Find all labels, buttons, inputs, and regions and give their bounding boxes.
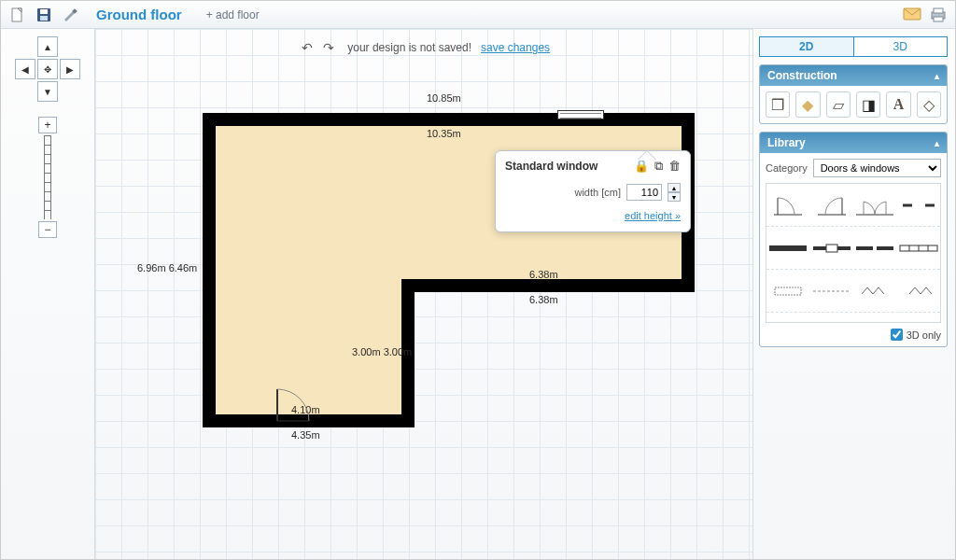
library-item-double-door[interactable] (853, 184, 897, 226)
width-label: width [cm] (574, 187, 621, 198)
library-item-folding-l[interactable] (853, 270, 897, 312)
dim-top-inner: 10.35m (427, 128, 461, 139)
topbar: Ground floor + add floor (1, 1, 955, 29)
undo-button[interactable]: ↶ (302, 40, 313, 55)
canvas[interactable]: ↶ ↷ your design is not saved! save chang… (94, 29, 753, 559)
3d-only-checkbox[interactable] (891, 329, 903, 341)
library-item-pocket-door[interactable] (810, 270, 854, 312)
popup-title: Standard window (505, 160, 598, 173)
pan-down-button[interactable]: ▼ (37, 81, 58, 102)
svg-rect-8 (934, 8, 943, 13)
svg-rect-18 (826, 245, 837, 252)
unsaved-message: your design is not saved! (347, 41, 471, 54)
library-item-bay-window[interactable] (766, 270, 810, 312)
width-step-up[interactable]: ▲ (668, 183, 681, 192)
view-3d-button[interactable]: 3D (853, 36, 949, 57)
library-items-grid (766, 183, 941, 323)
svg-rect-21 (877, 246, 893, 250)
construction-panel-header[interactable]: Construction▴ (760, 65, 947, 86)
library-category-label: Category (766, 162, 808, 174)
save-changes-link[interactable]: save changes (481, 41, 550, 54)
lock-icon[interactable]: 🔒 (634, 159, 649, 174)
library-item-window-std[interactable] (810, 227, 854, 269)
new-file-icon[interactable] (8, 6, 27, 24)
svg-rect-16 (769, 245, 807, 251)
pan-left-button[interactable]: ◀ (15, 59, 35, 79)
zoom-in-button[interactable]: + (38, 117, 57, 133)
zoom-control: + − (38, 117, 57, 238)
pan-dpad: ▲ ◀ ✥ ▶ ▼ (15, 36, 80, 102)
library-item-opening[interactable] (897, 184, 941, 226)
app-root: Ground floor + add floor ▲ ◀ ✥ ▶ ▼ (0, 0, 956, 560)
object-properties-popup: Standard window 🔒 ⧉ 🗑 width [cm] ▲ ▼ (495, 150, 691, 232)
width-input[interactable] (626, 184, 662, 201)
dimension-tool[interactable]: ◨ (856, 91, 880, 118)
view-2d-button[interactable]: 2D (759, 36, 853, 57)
floor-name[interactable]: Ground floor (96, 7, 182, 22)
mail-icon[interactable] (903, 6, 921, 24)
pan-center-button[interactable]: ✥ (37, 59, 58, 79)
construction-tool-row: ❒ ◆ ▱ ◨ A ◇ (766, 91, 941, 118)
floor-tool[interactable]: ◆ (795, 91, 820, 118)
right-column: 2D 3D Construction▴ ❒ ◆ ▱ ◨ A ◇ (753, 29, 955, 559)
pan-up-button[interactable]: ▲ (37, 36, 58, 57)
library-item-folding-r[interactable] (897, 270, 941, 312)
surface-tool[interactable]: ◇ (917, 91, 941, 118)
copy-icon[interactable]: ⧉ (654, 159, 663, 174)
text-tool[interactable]: A (886, 91, 910, 118)
window-object[interactable] (557, 110, 604, 119)
dim-midh-outer: 6.38m (529, 294, 558, 305)
view-toggle: 2D 3D (759, 36, 948, 57)
work-row: ▲ ◀ ✥ ▶ ▼ + − ↶ ↷ (1, 29, 955, 559)
zoom-out-button[interactable]: − (38, 221, 57, 238)
room-tool[interactable]: ❒ (766, 91, 790, 118)
zoom-scale[interactable] (44, 135, 51, 219)
construction-panel: Construction▴ ❒ ◆ ▱ ◨ A ◇ (759, 64, 948, 124)
svg-rect-26 (775, 287, 801, 295)
print-icon[interactable] (929, 6, 948, 24)
dim-midv: 3.00m 3.00m (352, 346, 412, 357)
library-item-door-swing-r[interactable] (810, 184, 854, 226)
svg-rect-20 (856, 246, 873, 250)
library-item-sliding-door[interactable] (853, 227, 897, 269)
library-item-door-swing-l[interactable] (766, 184, 810, 226)
svg-rect-19 (837, 246, 851, 250)
dim-bottom-outer: 4.35m (291, 429, 320, 441)
dim-left-outer: 6.96m 6.46m (137, 262, 197, 273)
chevron-up-icon: ▴ (935, 138, 939, 148)
save-icon[interactable] (35, 6, 53, 24)
library-category-select[interactable]: Doors & windows (813, 159, 941, 177)
library-item-garage-door[interactable] (897, 227, 941, 269)
settings-icon[interactable] (61, 6, 79, 24)
redo-button[interactable]: ↷ (323, 40, 334, 55)
wall-tool[interactable]: ▱ (826, 91, 851, 118)
pan-right-button[interactable]: ▶ (60, 59, 80, 79)
edit-height-link[interactable]: edit height » (625, 210, 681, 221)
save-strip: ↶ ↷ your design is not saved! save chang… (95, 40, 752, 55)
svg-rect-17 (813, 246, 826, 250)
dim-midh-inner: 6.38m (529, 269, 558, 280)
delete-icon[interactable]: 🗑 (668, 159, 681, 174)
add-floor-button[interactable]: + add floor (206, 8, 260, 21)
library-item-window-thin[interactable] (766, 227, 810, 269)
door-object[interactable] (277, 385, 315, 423)
dim-top-outer: 10.85m (427, 92, 461, 104)
svg-rect-3 (40, 9, 48, 14)
left-column: ▲ ◀ ✥ ▶ ▼ + − (1, 29, 94, 559)
svg-rect-9 (934, 17, 943, 21)
library-panel-header[interactable]: Library▴ (760, 133, 947, 153)
library-panel: Library▴ Category Doors & windows (759, 132, 948, 347)
svg-rect-4 (40, 16, 48, 21)
chevron-up-icon: ▴ (935, 71, 939, 81)
3d-only-label: 3D only (907, 329, 941, 341)
width-step-down[interactable]: ▼ (668, 192, 681, 202)
